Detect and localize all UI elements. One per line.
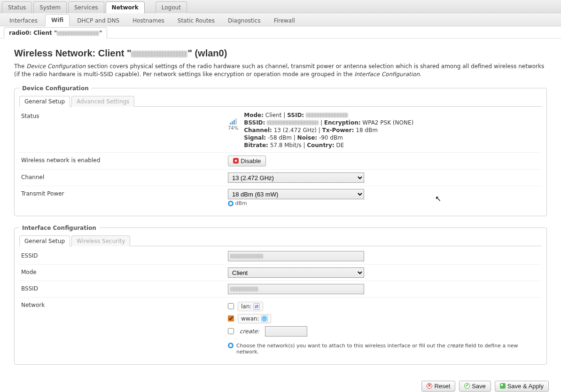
tab-logout[interactable]: Logout [156, 1, 187, 13]
tab-status[interactable]: Status [2, 1, 32, 13]
lan-checkbox[interactable] [228, 303, 234, 309]
network-option-lan: lan: ⇄ [228, 300, 540, 313]
channel-label: Channel [21, 172, 228, 183]
redacted-ssid-title [131, 51, 187, 57]
subtab-dhcp[interactable]: DHCP and DNS [71, 15, 125, 26]
signal-indicator: 74% [228, 111, 244, 131]
interface-config-legend: Interface Configuration [19, 225, 99, 231]
mode-label: Mode [21, 267, 228, 278]
radio-tab-bar: radio0: Client "" [0, 26, 561, 39]
subtab-diagnostics[interactable]: Diagnostics [222, 15, 266, 26]
bssid-input[interactable] [228, 284, 364, 294]
tab-network[interactable]: Network [106, 1, 145, 13]
page-description: The Device Configuration section covers … [14, 63, 547, 78]
main-tab-bar: Status System Services Network Logout [0, 0, 561, 13]
iface-inner-tabs: General Setup Wireless Security [19, 235, 542, 246]
redacted-ssid [57, 31, 99, 36]
subtab-routes[interactable]: Static Routes [172, 15, 220, 26]
signal-bars-icon [230, 118, 237, 125]
enabled-label: Wireless network is enabled [21, 156, 228, 166]
page-title-suffix: " (wlan0) [187, 48, 227, 58]
disable-button-label: Disable [241, 157, 261, 165]
sub-tab-bar: Interfaces Wifi DHCP and DNS Hostnames S… [0, 13, 561, 26]
reset-label: Reset [434, 383, 450, 390]
redacted-bssid-val [230, 287, 258, 291]
subtab-interfaces[interactable]: Interfaces [4, 15, 43, 26]
device-config-legend: Device Configuration [19, 85, 92, 92]
redacted-essid-val [230, 254, 263, 259]
bridge-icon: ⇄ [253, 303, 260, 310]
network-option-wwan: wwan: 🌐 [228, 313, 540, 325]
device-inner-tabs: General Setup Advanced Settings [19, 95, 542, 107]
txpower-select[interactable]: 18 dBm (63 mW) [228, 189, 364, 199]
signal-percent: 74% [228, 125, 238, 131]
info-icon [228, 201, 234, 206]
subtab-firewall[interactable]: Firewall [268, 15, 301, 26]
bssid-label: BSSID [21, 284, 228, 294]
save-apply-icon [500, 383, 506, 389]
mode-select[interactable]: Client [228, 267, 364, 278]
essid-input[interactable] [228, 251, 364, 261]
wwan-net-label: wwan: 🌐 [238, 314, 271, 323]
network-label: Network [21, 300, 228, 355]
save-apply-label: Save & Apply [507, 383, 544, 390]
radio-tab[interactable]: radio0: Client "" [4, 27, 107, 39]
reset-icon [427, 383, 432, 389]
save-button[interactable]: Save [459, 381, 491, 392]
save-apply-button[interactable]: Save & Apply [495, 381, 549, 392]
radio-tab-suffix: " [99, 30, 102, 36]
txpower-unit: dBm [234, 200, 247, 206]
create-label: create: [240, 328, 259, 335]
subtab-wifi[interactable]: Wifi [45, 14, 70, 26]
status-text: Mode: Client | SSID: BSSID: | Encryption… [244, 111, 413, 149]
radio-tab-prefix: radio0: Client " [9, 30, 57, 36]
wwan-checkbox[interactable] [228, 315, 234, 321]
network-option-create: create: [228, 325, 540, 338]
iface-tab-security[interactable]: Wireless Security [71, 235, 130, 246]
lan-net-label: lan: ⇄ [238, 302, 263, 311]
essid-label: ESSID [21, 251, 228, 261]
device-tab-general[interactable]: General Setup [19, 96, 70, 107]
iface-tab-general[interactable]: General Setup [19, 235, 70, 246]
save-label: Save [472, 383, 486, 390]
subtab-hostnames[interactable]: Hostnames [127, 15, 170, 26]
device-tab-advanced[interactable]: Advanced Settings [71, 96, 134, 107]
stop-icon [233, 158, 239, 164]
action-bar: Reset Save Save & Apply [0, 378, 561, 392]
page-title-prefix: Wireless Network: Client " [14, 48, 131, 58]
info-icon [228, 343, 234, 348]
create-checkbox[interactable] [228, 328, 234, 334]
channel-select[interactable]: 13 (2.472 GHz) [228, 172, 364, 183]
globe-icon: 🌐 [261, 315, 268, 322]
page-title: Wireless Network: Client "" (wlan0) [14, 48, 547, 59]
disable-button[interactable]: Disable [228, 156, 266, 166]
tab-system[interactable]: System [33, 1, 67, 13]
interface-configuration: Interface Configuration General Setup Wi… [14, 225, 547, 365]
network-help: Choose the network(s) you want to attach… [228, 343, 540, 355]
redacted-ssid-status [306, 113, 348, 118]
save-icon [464, 383, 470, 389]
status-label: Status [21, 111, 228, 149]
txpower-label: Transmit Power [21, 189, 228, 206]
create-input[interactable] [265, 326, 307, 337]
redacted-bssid [267, 120, 319, 125]
tab-services[interactable]: Services [68, 1, 104, 13]
reset-button[interactable]: Reset [421, 381, 455, 392]
device-configuration: Device Configuration General Setup Advan… [14, 85, 547, 216]
